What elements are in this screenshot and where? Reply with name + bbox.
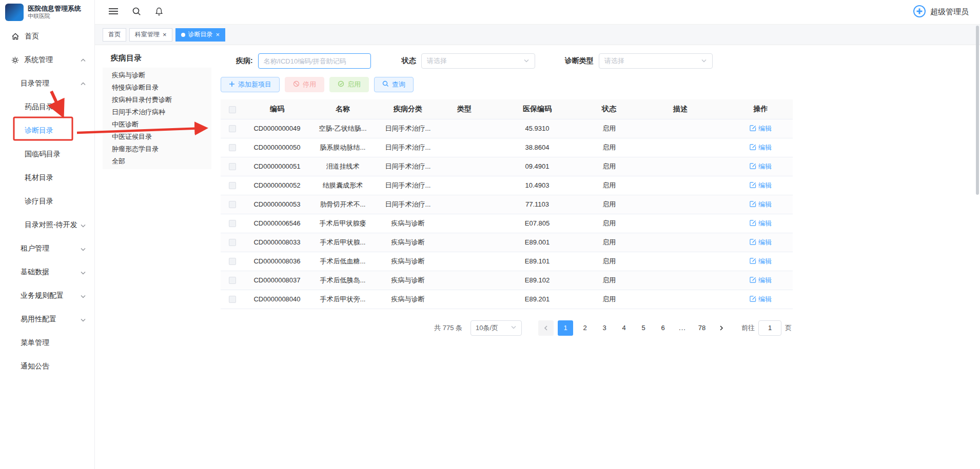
cell-status: 启用 bbox=[586, 252, 632, 271]
vertical-scrollbar[interactable] bbox=[976, 26, 979, 195]
page-button-1[interactable]: 1 bbox=[558, 320, 573, 336]
query-button[interactable]: 查询 bbox=[374, 77, 414, 92]
page-button-4[interactable]: 4 bbox=[616, 320, 632, 336]
disable-button-label: 停用 bbox=[303, 80, 316, 89]
tab-diagnosis-catalog[interactable]: 诊断目录 × bbox=[175, 28, 226, 42]
app-title-block: 医院信息管理系统 中联医院 bbox=[28, 5, 81, 20]
add-item-button[interactable]: 添加新项目 bbox=[221, 77, 280, 92]
page-button-6[interactable]: 6 bbox=[655, 320, 671, 336]
user-menu[interactable]: 超级管理员 bbox=[913, 5, 969, 19]
catalog-item-day-surgery[interactable]: 日间手术治疗病种 bbox=[103, 106, 211, 118]
edit-button[interactable]: 编辑 bbox=[750, 124, 772, 133]
page-button-2[interactable]: 2 bbox=[577, 320, 593, 336]
edit-button[interactable]: 编辑 bbox=[750, 200, 772, 209]
row-checkbox[interactable] bbox=[229, 277, 236, 284]
edit-button[interactable]: 编辑 bbox=[750, 162, 772, 171]
edit-button[interactable]: 编辑 bbox=[750, 276, 772, 285]
bell-icon[interactable] bbox=[154, 7, 164, 17]
cell-type bbox=[440, 195, 488, 214]
sidebar-item-label: 目录管理 bbox=[21, 79, 49, 88]
sidebar-item-business-rules[interactable]: 业务规则配置 bbox=[0, 284, 94, 308]
row-checkbox[interactable] bbox=[229, 220, 236, 227]
status-select-placeholder: 请选择 bbox=[427, 56, 447, 66]
edit-label: 编辑 bbox=[758, 257, 772, 266]
workspace: 疾病: 状态 请选择 诊断类型 请选择 bbox=[221, 49, 793, 469]
sidebar-item-drug-catalog[interactable]: 药品目录 bbox=[0, 95, 94, 119]
row-checkbox[interactable] bbox=[229, 144, 236, 151]
column-header-type: 类型 bbox=[440, 99, 488, 119]
edit-button[interactable]: 编辑 bbox=[750, 143, 772, 152]
row-checkbox[interactable] bbox=[229, 258, 236, 265]
tab-department-management[interactable]: 科室管理 × bbox=[129, 28, 172, 42]
edit-button[interactable]: 编辑 bbox=[750, 295, 772, 304]
edit-button[interactable]: 编辑 bbox=[750, 257, 772, 266]
page-size-select[interactable]: 10条/页 bbox=[471, 320, 522, 336]
catalog-item-all[interactable]: 全部 bbox=[103, 155, 211, 168]
select-all-checkbox[interactable] bbox=[229, 106, 236, 113]
tab-label: 诊断目录 bbox=[188, 30, 213, 39]
sidebar-item-notice[interactable]: 通知公告 bbox=[0, 355, 94, 378]
disable-button[interactable]: 停用 bbox=[285, 77, 324, 92]
sidebar-item-label: 国临码目录 bbox=[25, 150, 61, 159]
sidebar-item-home[interactable]: 首页 bbox=[0, 25, 94, 48]
collapse-menu-icon[interactable] bbox=[108, 7, 119, 17]
sidebar-item-diagnosis-catalog[interactable]: 诊断目录 bbox=[0, 119, 94, 142]
column-header-insurance-code: 医保编码 bbox=[488, 99, 586, 119]
edit-button[interactable]: 编辑 bbox=[750, 238, 772, 247]
next-page-button[interactable] bbox=[714, 320, 729, 336]
page-button-3[interactable]: 3 bbox=[597, 320, 612, 336]
row-checkbox[interactable] bbox=[229, 163, 236, 170]
more-pages-ellipsis[interactable]: ... bbox=[675, 320, 690, 336]
diagnosis-type-select[interactable]: 请选择 bbox=[599, 53, 713, 69]
catalog-item-tcm-syndrome[interactable]: 中医证候目录 bbox=[103, 131, 211, 143]
cell-name: 肋骨切开术不... bbox=[310, 195, 376, 214]
sidebar-item-tenant-management[interactable]: 租户管理 bbox=[0, 237, 94, 260]
catalog-item-disease-diagnosis[interactable]: 疾病与诊断 bbox=[103, 69, 211, 81]
sidebar-item-label: 租户管理 bbox=[21, 244, 49, 253]
sidebar-item-base-data[interactable]: 基础数据 bbox=[0, 260, 94, 284]
catalog-item-pay-by-disease[interactable]: 按病种目录付费诊断 bbox=[103, 94, 211, 106]
cell-insurance-code: 38.8604 bbox=[488, 138, 586, 157]
goto-page-input[interactable] bbox=[758, 320, 781, 336]
edit-label: 编辑 bbox=[758, 238, 772, 247]
sidebar-item-treatment-catalog[interactable]: 诊疗目录 bbox=[0, 190, 94, 213]
disease-search-input[interactable] bbox=[258, 53, 371, 69]
edit-button[interactable]: 编辑 bbox=[750, 219, 772, 228]
sidebar-item-consumables-catalog[interactable]: 耗材目录 bbox=[0, 166, 94, 190]
query-button-label: 查询 bbox=[392, 80, 405, 89]
catalog-item-tumor-morphology[interactable]: 肿瘤形态学目录 bbox=[103, 143, 211, 155]
row-checkbox[interactable] bbox=[229, 125, 236, 132]
toolbar: 添加新项目 停用 启用 查询 bbox=[221, 77, 793, 92]
enable-button[interactable]: 启用 bbox=[329, 77, 369, 92]
sidebar-item-usability-config[interactable]: 易用性配置 bbox=[0, 308, 94, 331]
prev-page-button[interactable] bbox=[538, 320, 554, 336]
chevron-up-icon bbox=[80, 57, 86, 65]
sidebar-item-national-code-catalog[interactable]: 国临码目录 bbox=[0, 142, 94, 166]
close-icon[interactable]: × bbox=[216, 31, 220, 38]
search-icon[interactable] bbox=[132, 7, 141, 17]
close-icon[interactable]: × bbox=[163, 31, 167, 38]
tab-home[interactable]: 首页 bbox=[103, 28, 126, 42]
page-button-last[interactable]: 78 bbox=[694, 320, 710, 336]
table-row: CD0000008040 手术后甲状旁... 疾病与诊断 E89.201 启用 … bbox=[221, 290, 793, 309]
cell-description bbox=[632, 214, 729, 233]
column-header-code: 编码 bbox=[244, 99, 310, 119]
edit-label: 编辑 bbox=[758, 219, 772, 228]
pagination-total: 共 775 条 bbox=[434, 323, 462, 333]
row-checkbox[interactable] bbox=[229, 239, 236, 246]
page-button-5[interactable]: 5 bbox=[636, 320, 651, 336]
sidebar-item-system-management[interactable]: 系统管理 bbox=[0, 48, 94, 72]
edit-button[interactable]: 编辑 bbox=[750, 181, 772, 190]
row-checkbox[interactable] bbox=[229, 182, 236, 189]
sidebar-item-catalog-management[interactable]: 目录管理 bbox=[0, 72, 94, 95]
edit-icon bbox=[750, 162, 756, 171]
sidebar-item-catalog-mapping[interactable]: 目录对照-待开发 bbox=[0, 213, 94, 237]
sidebar-item-label: 首页 bbox=[25, 32, 39, 41]
catalog-item-tcm-diagnosis[interactable]: 中医诊断 bbox=[103, 118, 211, 131]
status-select[interactable]: 请选择 bbox=[421, 53, 535, 69]
sidebar-item-menu-management[interactable]: 菜单管理 bbox=[0, 331, 94, 355]
row-checkbox[interactable] bbox=[229, 296, 236, 303]
row-checkbox[interactable] bbox=[229, 201, 236, 208]
tab-label: 首页 bbox=[108, 30, 121, 39]
catalog-item-special-chronic[interactable]: 特慢病诊断目录 bbox=[103, 81, 211, 94]
